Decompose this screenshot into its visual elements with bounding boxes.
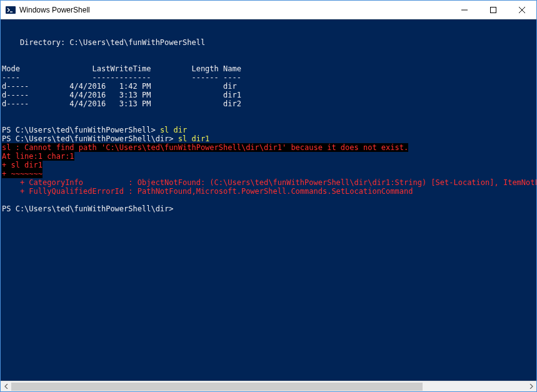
error-id: + FullyQualifiedErrorId : PathNotFound,M…: [2, 187, 413, 196]
window-title: Windows PowerShell: [19, 6, 450, 14]
command-text: [174, 204, 178, 213]
close-button[interactable]: [508, 1, 536, 19]
minimize-button[interactable]: [450, 1, 479, 19]
horizontal-scrollbar[interactable]: [1, 381, 536, 391]
scroll-left-button[interactable]: [1, 381, 11, 392]
error-line: sl : Cannot find path 'C:\Users\ted\funW…: [2, 143, 408, 152]
svg-rect-3: [491, 7, 496, 13]
column-separator: ---- ------------- ------ ----: [2, 73, 241, 82]
prompt-prefix: PS C:\Users\ted\funWithPowerShell\dir>: [2, 204, 174, 213]
list-item: d----- 4/4/2016 3:13 PM dir2: [2, 99, 241, 108]
column-header: Mode LastWriteTime Length Name: [2, 64, 241, 73]
minimize-icon: [461, 7, 468, 13]
error-line: + sl dir1: [2, 161, 43, 169]
directory-header: Directory: C:\Users\ted\funWithPowerShel…: [2, 38, 205, 47]
error-line: At line:1 char:1: [2, 152, 74, 161]
list-item: d----- 4/4/2016 3:13 PM dir1: [2, 91, 241, 99]
prompt-line: PS C:\Users\ted\funWithPowerShell\dir>: [2, 204, 178, 213]
titlebar[interactable]: Windows PowerShell: [1, 1, 536, 19]
maximize-button[interactable]: [479, 1, 508, 19]
error-line: + ~~~~~~~: [2, 169, 43, 178]
command-text: sl dir: [160, 126, 187, 134]
window-controls: [450, 1, 536, 19]
error-category: + CategoryInfo : ObjectNotFound: (C:\Use…: [2, 178, 536, 187]
prompt-prefix: PS C:\Users\ted\funWithPowerShell>: [2, 126, 160, 134]
scroll-thumb[interactable]: [11, 383, 423, 391]
svg-rect-0: [6, 6, 16, 14]
command-text: sl dir1: [178, 134, 210, 143]
chevron-left-icon: [4, 384, 8, 389]
close-icon: [519, 7, 525, 13]
prompt-line: PS C:\Users\ted\funWithPowerShell> sl di…: [2, 126, 187, 134]
scroll-track[interactable]: [11, 381, 526, 391]
list-item: d----- 4/4/2016 1:42 PM dir: [2, 82, 237, 91]
maximize-icon: [490, 7, 496, 13]
scroll-right-button[interactable]: [526, 381, 536, 392]
powershell-icon: [6, 5, 16, 15]
terminal-output[interactable]: Directory: C:\Users\ted\funWithPowerShel…: [1, 19, 536, 381]
prompt-prefix: PS C:\Users\ted\funWithPowerShell\dir>: [2, 134, 178, 143]
prompt-line: PS C:\Users\ted\funWithPowerShell\dir> s…: [2, 134, 209, 143]
chevron-right-icon: [529, 384, 533, 389]
